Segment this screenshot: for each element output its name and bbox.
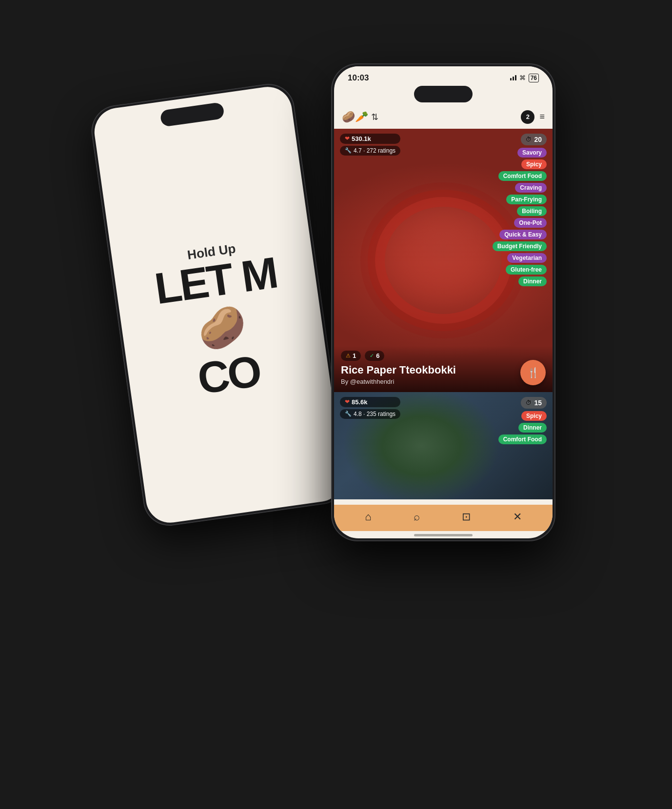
tag-savory[interactable]: Savory bbox=[517, 148, 547, 158]
card2-wrench-icon: 🔧 bbox=[345, 411, 352, 417]
card2-tag-comfort[interactable]: Comfort Food bbox=[498, 434, 547, 444]
card-top-info: ❤ 530.1k 🔧 4.7 · 272 ratings bbox=[334, 129, 553, 291]
recipe-image-tteokbokki: ❤ 530.1k 🔧 4.7 · 272 ratings bbox=[334, 129, 553, 392]
check-count: 6 bbox=[376, 352, 379, 359]
card2-rating-badge: 🔧 4.8 · 235 ratings bbox=[340, 409, 400, 419]
wifi-icon: ⌘ bbox=[519, 74, 526, 81]
volume-up-button[interactable] bbox=[97, 186, 102, 205]
recipe-author: By @eatwithhendri bbox=[341, 378, 546, 385]
signal-icon bbox=[510, 75, 516, 80]
warning-badge: ⚠ 1 bbox=[341, 351, 361, 361]
nav-search[interactable]: ⌕ bbox=[414, 511, 420, 523]
card2-likes-count: 85.6k bbox=[352, 398, 368, 406]
heart-icon: ❤ bbox=[345, 135, 350, 142]
search-icon: ⌕ bbox=[414, 511, 420, 523]
card2-tags: Spicy Dinner Comfort Food bbox=[498, 411, 547, 444]
header-right: 2 ≡ bbox=[521, 110, 545, 124]
basket-icon: ⊡ bbox=[462, 511, 471, 523]
warning-icon: ⚠ bbox=[346, 353, 351, 359]
tag-quick-easy[interactable]: Quick & Easy bbox=[499, 230, 547, 239]
card2-top-info: ❤ 85.6k 🔧 4.8 · 235 ratings bbox=[334, 392, 553, 449]
tag-one-pot[interactable]: One-Pot bbox=[514, 218, 547, 228]
rating-text: 4.7 · 272 ratings bbox=[354, 147, 395, 154]
time-badge: ⏱ 20 bbox=[521, 134, 547, 145]
status-bar: 10:03 ⌘ 76 bbox=[334, 66, 553, 86]
sort-icon[interactable]: ⇅ bbox=[371, 112, 378, 122]
tag-pan-frying[interactable]: Pan-Frying bbox=[506, 195, 547, 204]
recipe-card-2[interactable]: ❤ 85.6k 🔧 4.8 · 235 ratings bbox=[334, 392, 553, 499]
tag-comfort-food[interactable]: Comfort Food bbox=[498, 171, 547, 181]
utensils-icon: ✕ bbox=[513, 511, 522, 523]
card2-likes-badge: ❤ 85.6k bbox=[340, 397, 400, 407]
rating-badge: 🔧 4.7 · 272 ratings bbox=[340, 146, 400, 156]
app-header: 🥔🥕 ⇅ 2 ≡ bbox=[334, 106, 553, 129]
nav-basket[interactable]: ⊡ bbox=[462, 511, 471, 523]
recipe-feed: ❤ 530.1k 🔧 4.7 · 272 ratings bbox=[334, 129, 553, 505]
clock-icon: ⏱ bbox=[526, 136, 532, 143]
home-icon: ⌂ bbox=[365, 511, 371, 523]
dynamic-island bbox=[414, 86, 473, 102]
recipe-tags: Savory Spicy Comfort Food Craving Pan-Fr… bbox=[493, 148, 547, 286]
front-phone-screen: 10:03 ⌘ 76 🥔🥕 ⇅ bbox=[334, 66, 553, 538]
tag-dinner[interactable]: Dinner bbox=[518, 276, 547, 286]
wrench-icon: 🔧 bbox=[345, 147, 352, 154]
likes-count: 530.1k bbox=[352, 135, 371, 142]
card-stats: ❤ 530.1k 🔧 4.7 · 272 ratings bbox=[340, 134, 400, 156]
card-bottom-info: ⚠ 1 ✓ 6 Rice Paper Tteokbokki By @eatwit… bbox=[334, 346, 553, 392]
tag-budget-friendly[interactable]: Budget Friendly bbox=[493, 241, 547, 251]
volume-down-button[interactable] bbox=[100, 210, 105, 230]
card2-rating-text: 4.8 · 235 ratings bbox=[354, 411, 395, 417]
card2-top-right: ⏱ 15 Spicy Dinner Comfort Food bbox=[498, 397, 547, 444]
back-phone: Hold Up LET M 🥔 CO bbox=[88, 80, 350, 529]
card-top-right: ⏱ 20 Savory Spicy Comfort Food Craving P… bbox=[493, 134, 547, 286]
nav-utensils[interactable]: ✕ bbox=[513, 511, 522, 523]
notification-badge[interactable]: 2 bbox=[521, 110, 534, 124]
card2-stats: ❤ 85.6k 🔧 4.8 · 235 ratings bbox=[340, 397, 400, 419]
tag-craving[interactable]: Craving bbox=[515, 183, 547, 193]
back-phone-notch bbox=[159, 101, 224, 127]
back-phone-screen: Hold Up LET M 🥔 CO bbox=[91, 83, 346, 525]
cook-time: 20 bbox=[534, 136, 542, 143]
status-time: 10:03 bbox=[348, 73, 369, 83]
card2-heart-icon: ❤ bbox=[345, 398, 350, 405]
check-icon: ✓ bbox=[370, 353, 374, 359]
logo-icon: 🥔🥕 bbox=[342, 111, 368, 123]
tag-boiling[interactable]: Boiling bbox=[517, 206, 547, 216]
card-warnings: ⚠ 1 ✓ 6 bbox=[341, 351, 546, 361]
filter-icon[interactable]: ≡ bbox=[539, 112, 545, 122]
app-logo: 🥔🥕 ⇅ bbox=[342, 111, 378, 123]
nav-home[interactable]: ⌂ bbox=[365, 511, 371, 523]
cook-button[interactable]: 🍴 bbox=[520, 360, 546, 385]
tag-gluten-free[interactable]: Gluten-free bbox=[506, 265, 547, 275]
card2-cook-time: 15 bbox=[534, 399, 542, 407]
card2-tag-dinner[interactable]: Dinner bbox=[518, 423, 547, 433]
recipe-title: Rice Paper Tteokbokki bbox=[341, 364, 546, 376]
bottom-navigation: ⌂ ⌕ ⊡ ✕ bbox=[334, 505, 553, 531]
home-indicator bbox=[414, 534, 473, 536]
tag-vegetarian[interactable]: Vegetarian bbox=[507, 253, 547, 263]
card2-time-badge: ⏱ 15 bbox=[521, 397, 547, 409]
back-phone-content: Hold Up LET M 🥔 CO bbox=[139, 224, 303, 414]
card2-clock-icon: ⏱ bbox=[526, 399, 532, 406]
battery-icon: 76 bbox=[529, 74, 539, 82]
front-phone: 10:03 ⌘ 76 🥔🥕 ⇅ bbox=[331, 63, 555, 541]
card2-tag-spicy[interactable]: Spicy bbox=[521, 411, 547, 421]
status-icons: ⌘ 76 bbox=[510, 74, 539, 82]
check-badge: ✓ 6 bbox=[365, 351, 384, 361]
warning-count: 1 bbox=[353, 352, 356, 359]
recipe-card-1[interactable]: ❤ 530.1k 🔧 4.7 · 272 ratings bbox=[334, 129, 553, 392]
recipe-image-2: ❤ 85.6k 🔧 4.8 · 235 ratings bbox=[334, 392, 553, 499]
tag-spicy[interactable]: Spicy bbox=[521, 159, 547, 169]
likes-badge: ❤ 530.1k bbox=[340, 134, 400, 144]
